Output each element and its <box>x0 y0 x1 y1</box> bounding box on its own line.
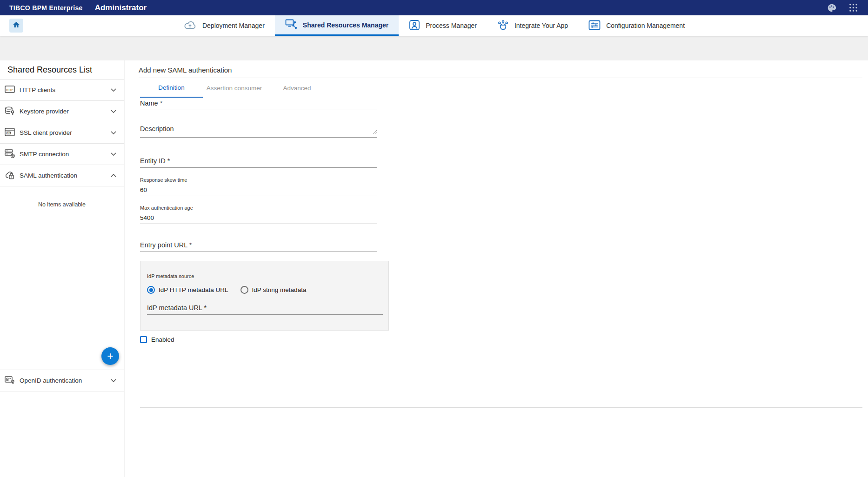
sidebar-item-label: Keystore provider <box>20 108 69 115</box>
nav-tab-label: Process Manager <box>426 22 477 29</box>
sidebar-item-label: OpenID authentication <box>20 377 82 384</box>
chevron-down-icon <box>111 88 116 92</box>
idp-http-metadata-radio-label[interactable]: IdP HTTP metadata URL <box>159 286 228 293</box>
tab-shared-resources-manager[interactable]: Shared Resources Manager <box>275 15 399 36</box>
tab-configuration-management[interactable]: Configuration Management <box>578 15 695 36</box>
nav-tab-label: Configuration Management <box>606 22 685 29</box>
response-skew-field: Response skew time <box>140 177 377 196</box>
saml-empty-panel: No items available + <box>0 186 124 370</box>
empty-list-text: No items available <box>38 201 86 208</box>
saml-form: Name * Description Entity ID * Response … <box>140 99 862 408</box>
ssl-client-provider-icon: SSL <box>5 127 15 139</box>
openid-authentication-icon <box>5 375 15 386</box>
sidebar-item-label: SSL client provider <box>20 129 72 136</box>
sidebar-item-label: SMTP connection <box>20 151 69 158</box>
add-resource-button[interactable]: + <box>101 347 119 365</box>
page-title: Add new SAML authentication <box>139 60 862 78</box>
enabled-row: Enabled <box>140 335 862 344</box>
idp-http-metadata-radio[interactable] <box>147 286 155 294</box>
description-label: Description <box>140 125 377 133</box>
name-field: Name * <box>140 99 377 110</box>
svg-text:HTTP: HTTP <box>7 88 13 91</box>
page: TIBCO BPM Enterprise Administrator Deplo… <box>0 0 868 477</box>
tab-assertion-consumer[interactable]: Assertion consumer <box>203 78 266 98</box>
nav-bar: Deployment Manager Shared Resources Mana… <box>0 15 868 36</box>
chevron-down-icon <box>111 110 116 113</box>
home-icon <box>12 20 20 31</box>
integrate-app-icon <box>497 20 509 32</box>
sidebar-item-smtp-connection[interactable]: SMTP connection <box>0 144 124 165</box>
chevron-down-icon <box>111 131 116 134</box>
theme-palette-icon[interactable] <box>827 3 837 13</box>
tab-deployment-manager[interactable]: Deployment Manager <box>173 15 275 36</box>
description-field: Description <box>140 125 377 138</box>
name-input[interactable] <box>140 107 377 110</box>
app-title: Administrator <box>95 3 147 13</box>
shared-resources-icon <box>285 19 297 31</box>
top-bar: TIBCO BPM Enterprise Administrator <box>0 0 868 15</box>
resize-grip-icon[interactable] <box>373 128 377 136</box>
enabled-checkbox-label[interactable]: Enabled <box>151 336 174 343</box>
chevron-down-icon <box>111 379 116 382</box>
idp-metadata-source-label: IdP metadata source <box>147 273 382 279</box>
enabled-checkbox[interactable] <box>140 336 147 343</box>
sidebar-item-ssl-client-provider[interactable]: SSL SSL client provider <box>0 122 124 144</box>
name-label: Name * <box>140 99 377 107</box>
svg-text:SSL: SSL <box>7 132 11 134</box>
bottom-divider <box>140 407 862 408</box>
idp-string-metadata-radio[interactable] <box>240 286 248 294</box>
sidebar-item-saml-authentication[interactable]: SAML authentication <box>0 165 124 186</box>
configuration-icon <box>588 20 601 32</box>
max-auth-age-input[interactable] <box>140 214 377 224</box>
main-content: Add new SAML authentication Definition A… <box>125 60 868 477</box>
entry-point-url-label: Entry point URL * <box>140 241 377 249</box>
form-tabs: Definition Assertion consumer Advanced <box>140 78 862 98</box>
sidebar-title: Shared Resources List <box>0 60 124 80</box>
sidebar-item-label: HTTP clients <box>20 86 55 93</box>
smtp-connection-icon <box>5 149 15 160</box>
http-clients-icon: HTTP <box>5 85 15 96</box>
sidebar-item-http-clients[interactable]: HTTP HTTP clients <box>0 80 124 101</box>
tab-advanced[interactable]: Advanced <box>266 78 328 98</box>
tab-integrate-your-app[interactable]: Integrate Your App <box>487 15 578 36</box>
entity-id-field: Entity ID * <box>140 157 377 168</box>
entity-id-input[interactable] <box>140 165 377 168</box>
topbar-actions <box>827 3 868 13</box>
description-input[interactable] <box>140 133 377 138</box>
shared-resources-sidebar: Shared Resources List HTTP HTTP clients … <box>0 60 124 477</box>
sidebar-item-keystore-provider[interactable]: Keystore provider <box>0 101 124 122</box>
entry-point-url-field: Entry point URL * <box>140 241 377 252</box>
tab-definition[interactable]: Definition <box>140 78 203 98</box>
nav-tab-label: Deployment Manager <box>202 22 265 29</box>
entry-point-url-input[interactable] <box>140 249 377 252</box>
sidebar-item-label: SAML authentication <box>20 172 77 179</box>
tab-process-manager[interactable]: Process Manager <box>399 15 487 36</box>
chevron-down-icon <box>111 152 116 156</box>
idp-string-metadata-radio-label[interactable]: IdP string metadata <box>252 286 307 293</box>
nav-tab-label: Integrate Your App <box>514 22 568 29</box>
idp-source-radio-group: IdP HTTP metadata URL IdP string metadat… <box>147 286 382 294</box>
idp-metadata-url-input[interactable] <box>147 312 383 315</box>
idp-metadata-panel: IdP metadata source IdP HTTP metadata UR… <box>140 261 389 331</box>
response-skew-label: Response skew time <box>140 177 377 183</box>
nav-tabs: Deployment Manager Shared Resources Mana… <box>0 15 868 36</box>
cloud-deploy-icon <box>183 20 197 32</box>
process-manager-icon <box>409 20 420 32</box>
nav-tab-label: Shared Resources Manager <box>303 21 388 29</box>
apps-grid-icon[interactable] <box>849 3 858 12</box>
idp-metadata-url-field: IdP metadata URL * <box>147 304 383 315</box>
brand-logo: TIBCO BPM Enterprise <box>0 4 83 12</box>
entity-id-label: Entity ID * <box>140 157 377 165</box>
max-auth-age-label: Max authentication age <box>140 205 377 211</box>
sidebar-item-openid-authentication[interactable]: OpenID authentication <box>0 370 124 391</box>
response-skew-input[interactable] <box>140 186 377 196</box>
keystore-provider-icon <box>5 106 15 117</box>
saml-authentication-icon <box>5 170 15 181</box>
home-button[interactable] <box>9 19 23 33</box>
chevron-up-icon <box>111 174 116 177</box>
idp-metadata-url-label: IdP metadata URL * <box>147 304 383 312</box>
max-auth-age-field: Max authentication age <box>140 205 377 224</box>
